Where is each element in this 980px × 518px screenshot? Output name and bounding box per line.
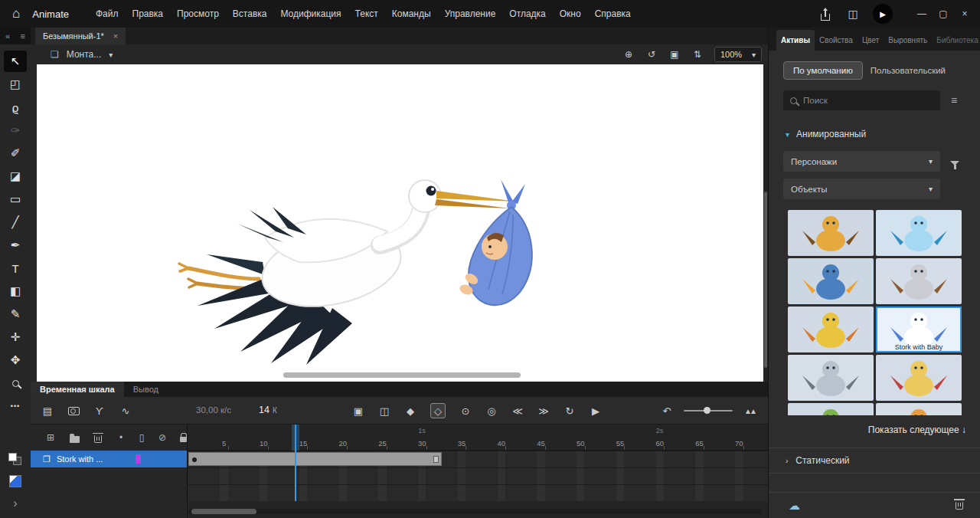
menu-item-2[interactable]: Просмотр bbox=[170, 5, 226, 23]
zoom-tool[interactable] bbox=[4, 372, 27, 394]
menu-item-8[interactable]: Отладка bbox=[502, 5, 552, 23]
asset-anime-warrior[interactable] bbox=[876, 355, 962, 401]
new-folder-icon[interactable] bbox=[68, 430, 80, 445]
frame-span[interactable] bbox=[188, 452, 442, 466]
insert-keyframe-icon[interactable]: ◆ bbox=[404, 403, 416, 418]
panel-menu-icon[interactable]: ≡ bbox=[21, 31, 25, 41]
insert-frames-icon[interactable]: ◫ bbox=[378, 403, 390, 418]
quick-test-button[interactable]: ▶ bbox=[873, 4, 893, 24]
close-button[interactable]: × bbox=[954, 0, 975, 28]
camera-icon[interactable] bbox=[67, 403, 80, 418]
asset-chicken[interactable] bbox=[788, 307, 874, 352]
menu-item-6[interactable]: Команды bbox=[385, 5, 438, 23]
scene-chevron-icon[interactable]: ▾ bbox=[109, 51, 113, 59]
stroke-fill-swatches-icon[interactable] bbox=[8, 453, 22, 466]
collapse-panel-icon[interactable]: « bbox=[5, 31, 10, 41]
line-tool[interactable]: ╱ bbox=[4, 211, 27, 233]
characters-dropdown[interactable]: Персонажи ▾ bbox=[783, 151, 940, 172]
fluid-brush-tool[interactable]: ✑ bbox=[4, 120, 27, 141]
selection-tool[interactable]: ↖ bbox=[4, 51, 27, 72]
layer-parenting-icon[interactable]: ϒ bbox=[93, 403, 106, 418]
asset-valkyrie[interactable] bbox=[876, 258, 962, 304]
panel-tab-4[interactable]: Библиотека bbox=[932, 30, 980, 51]
fill-color-swatch[interactable] bbox=[9, 475, 21, 487]
animated-section-header[interactable]: ▾ Анимированный bbox=[786, 129, 980, 139]
panel-tab-0[interactable]: Активы bbox=[776, 30, 815, 51]
filter-icon[interactable] bbox=[950, 155, 959, 169]
panel-tab-1[interactable]: Свойства bbox=[815, 30, 858, 51]
tab-output[interactable]: Вывод bbox=[124, 382, 168, 397]
minimize-button[interactable]: — bbox=[911, 0, 933, 28]
show-next-link[interactable]: Показать следующее ↓ bbox=[769, 425, 980, 435]
eraser-tool[interactable]: ◪ bbox=[4, 166, 27, 187]
cloud-sync-icon[interactable]: ☁ bbox=[789, 499, 800, 513]
menu-item-3[interactable]: Вставка bbox=[226, 5, 274, 23]
menu-item-4[interactable]: Модификация bbox=[273, 5, 348, 23]
menu-item-10[interactable]: Справка bbox=[588, 5, 638, 23]
free-transform-tool[interactable]: ◰ bbox=[4, 74, 27, 95]
scrollbar-thumb[interactable] bbox=[764, 192, 767, 368]
stage-horizontal-scrollbar[interactable] bbox=[283, 372, 521, 378]
outline-column-icon[interactable]: ▯ bbox=[136, 430, 148, 445]
play-icon[interactable]: ▶ bbox=[590, 403, 602, 418]
search-input[interactable]: Поиск bbox=[783, 90, 940, 110]
rotation-icon[interactable]: ↺ bbox=[645, 47, 658, 62]
home-icon[interactable]: ⌂ bbox=[12, 6, 20, 21]
paint-bucket-tool[interactable]: ◧ bbox=[4, 280, 27, 302]
static-section-header[interactable]: › Статический bbox=[769, 448, 980, 474]
tab-timeline[interactable]: Временная шкала bbox=[31, 382, 124, 397]
layer-stack-icon[interactable]: ▤ bbox=[41, 403, 54, 418]
zoom-stepper-icon[interactable]: ⇅ bbox=[691, 47, 704, 62]
more-tools[interactable]: ••• bbox=[4, 395, 27, 417]
cut-frames-icon[interactable]: ▣ bbox=[352, 403, 364, 418]
default-assets-button[interactable]: По умолчанию bbox=[783, 61, 863, 80]
layer-outline-swatch[interactable] bbox=[136, 454, 141, 464]
document-tab[interactable]: Безымянный-1* × bbox=[35, 28, 126, 44]
pen-tool[interactable]: ✒ bbox=[4, 234, 27, 256]
panel-tab-3[interactable]: Выровнять bbox=[884, 30, 932, 51]
classic-brush-tool[interactable]: ✐ bbox=[4, 143, 27, 164]
menu-item-7[interactable]: Управление bbox=[438, 5, 503, 23]
custom-assets-button[interactable]: Пользовательский bbox=[871, 66, 946, 75]
playhead[interactable] bbox=[295, 425, 296, 501]
lock-column-icon[interactable] bbox=[177, 430, 189, 445]
text-tool[interactable]: T bbox=[4, 257, 27, 279]
workspace-layout-icon[interactable]: ◫ bbox=[845, 6, 861, 21]
delete-asset-icon[interactable] bbox=[956, 499, 963, 513]
graph-editor-icon[interactable]: ∿ bbox=[119, 403, 132, 418]
zoom-select[interactable]: 100% ▾ bbox=[714, 47, 762, 62]
asset-crying-character[interactable] bbox=[876, 210, 962, 256]
menu-item-0[interactable]: Файл bbox=[89, 5, 126, 23]
show-hide-column-icon[interactable]: • bbox=[115, 430, 127, 445]
auto-keyframe-icon[interactable]: ⊙ bbox=[459, 403, 472, 418]
prev-keyframe-icon[interactable]: ≪ bbox=[511, 403, 524, 418]
asset-pigeon[interactable] bbox=[788, 355, 874, 401]
delete-layer-icon[interactable] bbox=[92, 430, 104, 445]
asset-stork-with-baby[interactable]: Stork with Baby bbox=[876, 307, 962, 352]
asset-partial-right[interactable] bbox=[876, 403, 962, 415]
frames-area[interactable]: 1s2s 510152025303540455055606570 bbox=[188, 425, 768, 518]
asset-blue-bird[interactable] bbox=[788, 258, 874, 304]
tab-close-icon[interactable]: × bbox=[113, 31, 118, 41]
lasso-tool[interactable]: ϱ bbox=[4, 97, 27, 118]
ruler-numbers[interactable]: 510152025303540455055606570 bbox=[188, 437, 768, 451]
frame-view-icon[interactable]: ▲▲ bbox=[743, 403, 756, 418]
expand-tools-chevron-icon[interactable]: › bbox=[13, 497, 17, 510]
eyedropper-tool[interactable]: ✎ bbox=[4, 303, 27, 325]
scene-breadcrumb[interactable]: ❏ Монта... ▾ bbox=[51, 49, 113, 60]
rectangle-tool[interactable]: ▭ bbox=[4, 189, 27, 210]
scrollbar-thumb[interactable] bbox=[191, 509, 256, 514]
share-icon[interactable] bbox=[818, 6, 833, 21]
objects-dropdown[interactable]: Объекты ▾ bbox=[783, 179, 940, 199]
timeline-horizontal-scrollbar[interactable] bbox=[188, 509, 762, 514]
center-stage-icon[interactable]: ⊕ bbox=[622, 47, 635, 62]
menu-item-9[interactable]: Окно bbox=[553, 5, 588, 23]
timeline-zoom-slider[interactable] bbox=[684, 403, 733, 418]
timeline-layer-row[interactable]: ❐ Stork with ... bbox=[31, 451, 187, 467]
new-layer-icon[interactable]: ⊞ bbox=[44, 430, 57, 445]
menu-item-5[interactable]: Текст bbox=[348, 5, 385, 23]
undo-icon[interactable]: ↶ bbox=[661, 403, 673, 418]
menu-item-1[interactable]: Правка bbox=[126, 5, 171, 23]
stage-vertical-scrollbar[interactable] bbox=[763, 64, 768, 382]
asset-warp-tool[interactable]: ✛ bbox=[4, 326, 27, 348]
